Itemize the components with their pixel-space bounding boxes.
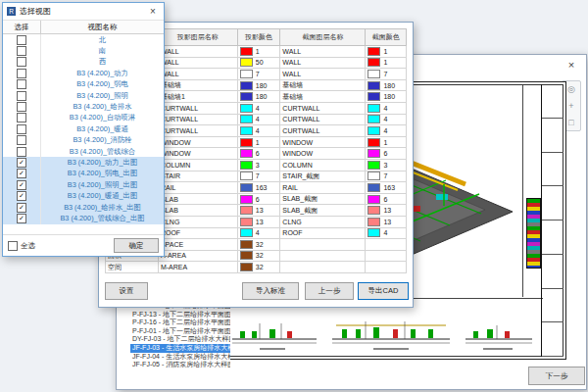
- color-cell[interactable]: 4: [237, 227, 280, 239]
- sheet-list-item[interactable]: JF-FJ-04 - 生活水泵房给排水大样图: [130, 353, 230, 362]
- projection-layer-cell[interactable]: WALL: [158, 57, 237, 69]
- view-checkbox[interactable]: [17, 69, 26, 78]
- section-layer-cell[interactable]: [280, 250, 366, 262]
- sheet-list-item[interactable]: JF-FJ-03 - 生活水泵房给排水大样图: [130, 344, 230, 353]
- section-layer-cell[interactable]: [280, 239, 366, 251]
- view-checkbox[interactable]: ✓: [17, 203, 26, 213]
- sheet-list-item[interactable]: P-FJ-16 - 地下二层给排水平面图: [130, 318, 230, 327]
- color-cell[interactable]: 6: [237, 148, 280, 160]
- view-list-item[interactable]: ✓B3 (4.200)_暖通_出图: [3, 190, 164, 201]
- color-cell[interactable]: 13: [366, 216, 407, 227]
- section-layer-cell[interactable]: CURTWALL: [280, 125, 366, 137]
- projection-layer-cell[interactable]: A-AREA: [158, 250, 237, 262]
- zoom-icon[interactable]: +: [568, 101, 573, 111]
- next-button[interactable]: 下一步: [528, 367, 585, 385]
- color-cell[interactable]: 4: [366, 102, 407, 114]
- color-cell[interactable]: 13: [237, 216, 280, 227]
- color-cell[interactable]: 1: [237, 46, 280, 58]
- projection-layer-cell[interactable]: WALL: [158, 46, 237, 58]
- sheet-list-item[interactable]: JF-FJ-05 - 消防泵房给排水大样图: [130, 361, 230, 369]
- section-layer-cell[interactable]: WINDOW: [280, 148, 366, 160]
- section-layer-cell[interactable]: WALL: [280, 57, 366, 69]
- view-list-item[interactable]: B3 (4.200)_消防栓: [3, 135, 164, 146]
- color-cell[interactable]: 1: [366, 46, 407, 58]
- section-layer-cell[interactable]: SLAB_截面: [280, 193, 366, 205]
- view-checkbox[interactable]: [17, 147, 26, 157]
- view-checkbox[interactable]: ✓: [17, 169, 26, 178]
- view-list-item[interactable]: ✓B3 (4.200)_给排水_出图: [3, 202, 164, 213]
- section-layer-cell[interactable]: 基础墙: [280, 91, 366, 103]
- view-checkbox[interactable]: ✓: [17, 158, 26, 168]
- select-all-checkbox[interactable]: [8, 241, 18, 251]
- color-cell[interactable]: 13: [366, 205, 407, 217]
- projection-layer-cell[interactable]: COLUMN: [158, 159, 237, 171]
- view-list-item[interactable]: B3 (4.200)_管线综合: [3, 146, 164, 157]
- view-list-item[interactable]: 北: [3, 34, 164, 45]
- pan-icon[interactable]: □: [568, 118, 573, 127]
- import-standard-button[interactable]: 导入标准: [242, 282, 299, 300]
- color-cell[interactable]: 4: [237, 102, 280, 114]
- settings-button[interactable]: 设置: [105, 282, 148, 300]
- section-layer-cell[interactable]: CURTWALL: [280, 114, 366, 125]
- view-list-item[interactable]: B3 (4.200)_照明: [3, 90, 164, 101]
- category-cell[interactable]: 空间: [106, 262, 159, 273]
- view-list-item[interactable]: 西: [3, 57, 164, 68]
- sheet-list-item[interactable]: P-FJ-13 - 地下二层给排水平面图: [130, 311, 230, 319]
- view-checkbox[interactable]: [17, 113, 26, 122]
- projection-layer-cell[interactable]: ROOF: [158, 227, 237, 239]
- view-checkbox[interactable]: [17, 46, 26, 56]
- view-list-item[interactable]: B3 (4.200)_动力: [3, 68, 164, 78]
- color-cell[interactable]: [366, 239, 407, 251]
- section-layer-cell[interactable]: WALL: [280, 69, 366, 80]
- section-layer-cell[interactable]: RAIL: [280, 182, 366, 194]
- color-cell[interactable]: 1: [366, 136, 407, 148]
- projection-layer-cell[interactable]: 基础墙: [158, 79, 237, 91]
- close-icon[interactable]: ×: [146, 6, 160, 17]
- sheet-list-item[interactable]: P-FJ-01 - 地下一层给排水平面图: [130, 327, 230, 336]
- view-list-item[interactable]: B3 (4.200)_自动喷淋: [3, 113, 164, 123]
- section-layer-cell[interactable]: WALL: [280, 46, 366, 58]
- color-cell[interactable]: 3: [237, 159, 280, 171]
- color-cell[interactable]: 180: [237, 91, 280, 103]
- color-cell[interactable]: 4: [237, 125, 280, 137]
- view-list-item[interactable]: B3 (4.200)_给排水: [3, 101, 164, 112]
- projection-layer-cell[interactable]: WINDOW: [158, 148, 237, 160]
- projection-layer-cell[interactable]: RAIL: [158, 182, 237, 194]
- view-list-item[interactable]: ✓B3 (4.200)_照明_出图: [3, 179, 164, 190]
- color-cell[interactable]: 32: [237, 262, 280, 273]
- close-icon[interactable]: ×: [564, 58, 579, 72]
- section-layer-cell[interactable]: 基础墙: [280, 79, 366, 91]
- view-list-item[interactable]: B3 (4.200)_弱电: [3, 79, 164, 90]
- projection-layer-cell[interactable]: CURTWALL: [158, 114, 237, 125]
- view-checkbox[interactable]: [17, 91, 26, 101]
- projection-layer-cell[interactable]: STAIR: [158, 171, 237, 182]
- color-cell[interactable]: 7: [366, 171, 407, 182]
- projection-layer-cell[interactable]: WINDOW: [158, 136, 237, 148]
- layer-row[interactable]: 空间M-AREA32: [106, 262, 407, 273]
- view-list-item[interactable]: 南: [3, 45, 164, 56]
- color-cell[interactable]: [366, 250, 407, 262]
- color-cell[interactable]: [366, 262, 407, 273]
- color-cell[interactable]: 163: [237, 182, 280, 194]
- color-cell[interactable]: 50: [237, 57, 280, 69]
- projection-layer-cell[interactable]: CURTWALL: [158, 125, 237, 137]
- projection-layer-cell[interactable]: SLAB: [158, 193, 237, 205]
- view-checkbox[interactable]: ✓: [17, 180, 26, 190]
- color-cell[interactable]: 1: [366, 57, 407, 69]
- view-checkbox[interactable]: [17, 57, 26, 67]
- export-cad-button[interactable]: 导出CAD: [358, 282, 409, 300]
- color-cell[interactable]: 7: [237, 69, 280, 80]
- color-cell[interactable]: 32: [237, 250, 280, 262]
- section-layer-cell[interactable]: CURTWALL: [280, 102, 366, 114]
- view-checkbox[interactable]: ✓: [17, 214, 26, 223]
- projection-layer-cell[interactable]: CLNG: [158, 216, 237, 227]
- color-cell[interactable]: 13: [237, 205, 280, 217]
- view-checkbox[interactable]: [17, 135, 26, 145]
- color-cell[interactable]: 4: [237, 114, 280, 125]
- projection-layer-cell[interactable]: CURTWALL: [158, 102, 237, 114]
- navigation-wheel-icon[interactable]: ◎: [567, 84, 575, 94]
- view-list-item[interactable]: ✓B3 (4.200)_动力_出图: [3, 157, 164, 168]
- section-layer-cell[interactable]: SLAB_截面: [280, 205, 366, 217]
- section-layer-cell[interactable]: STAIR_截面: [280, 171, 366, 182]
- projection-layer-cell[interactable]: WALL: [158, 69, 237, 80]
